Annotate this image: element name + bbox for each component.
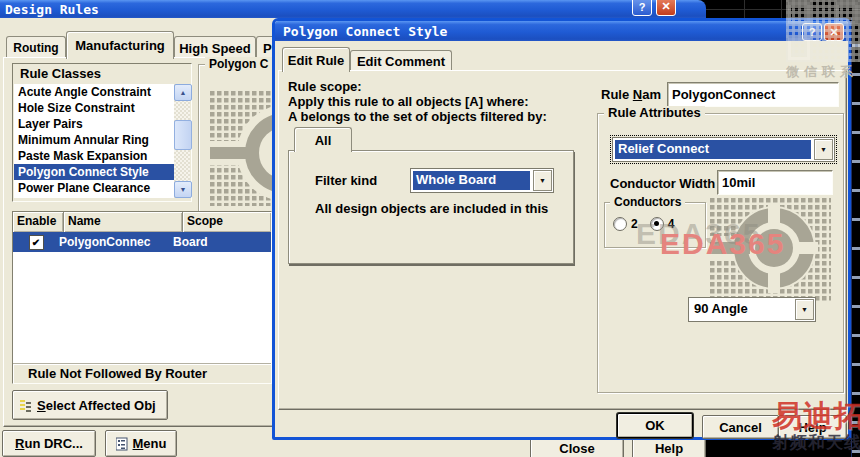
rule-class-item[interactable]: Minimum Annular Ring [14, 132, 174, 148]
rule-name-cell[interactable]: PolygonConnec [59, 235, 173, 249]
tab-edit-comment[interactable]: Edit Comment [350, 50, 452, 72]
angle-combo[interactable]: 90 Angle ▼ [688, 297, 816, 322]
grid-line [706, 9, 860, 10]
rule-class-item[interactable]: Paste Mask Expansion [14, 148, 174, 164]
tab-routing[interactable]: Routing [6, 36, 66, 59]
rule-classes-panel: Rule Classes Acute Angle Constraint Hole… [12, 63, 192, 202]
scroll-up-icon[interactable]: ▲ [174, 84, 192, 101]
rule-scope-line1: Apply this rule to all objects [A] where… [288, 94, 529, 109]
window-close-button[interactable]: ✕ [656, 0, 676, 16]
select-affected-label: Select Affected Obj [37, 398, 156, 413]
rule-classes-title: Rule Classes [13, 64, 191, 83]
filter-kind-combo[interactable]: Whole Board ▼ [410, 168, 554, 193]
workspace: Design Rules ? ✕ Routing Manufacturing H… [0, 0, 860, 457]
polygon-connect-style-dialog: Polygon Connect Style ? ✕ Edit Rule Edit… [272, 18, 851, 440]
select-affected-grid-icon [19, 399, 32, 412]
dropdown-arrow-icon[interactable]: ▼ [533, 170, 552, 191]
dialog-help-button[interactable]: ? [802, 23, 822, 41]
scroll-down-icon[interactable]: ▼ [174, 181, 192, 198]
rules-table-header[interactable]: Enable Name Scope [13, 212, 271, 232]
dialog-titlebar[interactable]: Polygon Connect Style ? ✕ [275, 21, 848, 41]
rule-name-label: Rule Nam [601, 87, 661, 102]
connect-style-value: Relief Connect [615, 140, 811, 159]
tab-all[interactable]: All [294, 127, 352, 152]
preview-group-label: Polygon C [205, 57, 272, 71]
dropdown-arrow-icon[interactable]: ▼ [814, 139, 833, 160]
conductors-title: Conductors [610, 195, 685, 209]
filter-kind-value: Whole Board [413, 171, 530, 190]
radio-2[interactable] [613, 217, 627, 231]
rules-table: Enable Name Scope ✔ PolygonConnec Board … [12, 211, 272, 384]
menu-label: Menu [133, 436, 167, 451]
help-button-dialog[interactable]: Help [778, 415, 847, 439]
menu-button[interactable]: Menu [105, 430, 177, 457]
run-drc-button[interactable]: Run DRC... [2, 430, 96, 457]
rule-attributes-group: Rule Attributes Relief Connect ▼ Conduct… [597, 113, 844, 393]
radio-4-label: 4 [668, 217, 675, 231]
enable-cell[interactable]: ✔ [13, 235, 59, 250]
rule-class-item[interactable]: Hole Size Constraint [14, 100, 174, 116]
rule-class-item[interactable]: Layer Pairs [14, 116, 174, 132]
col-name[interactable]: Name [64, 212, 183, 232]
tab-high-speed[interactable]: High Speed [174, 36, 256, 59]
filter-kind-label: Filter kind [315, 173, 377, 188]
ok-button[interactable]: OK [617, 413, 693, 438]
tab-edit-rule[interactable]: Edit Rule [282, 47, 350, 72]
radio-4-selected[interactable] [650, 217, 664, 231]
rule-classes-scrollbar[interactable]: ▲ ▼ [174, 84, 190, 198]
rule-class-item[interactable]: Acute Angle Constraint [14, 84, 174, 100]
conductors-group: Conductors 2 4 [604, 202, 706, 248]
connect-style-combo[interactable]: Relief Connect ▼ [612, 137, 835, 162]
rule-attributes-title: Rule Attributes [604, 106, 705, 120]
dropdown-arrow-icon[interactable]: ▼ [795, 299, 814, 320]
col-scope[interactable]: Scope [183, 212, 271, 232]
cancel-button[interactable]: Cancel [702, 415, 779, 439]
tab-manufacturing[interactable]: Manufacturing [66, 31, 174, 59]
window-title: Design Rules [0, 2, 99, 17]
rule-class-item[interactable]: Power Plane Clearance [14, 180, 174, 196]
polygon-preview-thumbnail [210, 91, 272, 206]
rule-classes-list[interactable]: Acute Angle Constraint Hole Size Constra… [14, 84, 174, 198]
filter-note: All design objects are included in this [315, 201, 548, 216]
dialog-title: Polygon Connect Style [275, 24, 447, 39]
enable-checkbox-checked[interactable]: ✔ [29, 235, 44, 250]
run-drc-label: Run DRC... [15, 436, 83, 451]
relief-connect-preview [710, 198, 831, 302]
col-enable[interactable]: Enable [13, 212, 64, 232]
conductor-width-input[interactable] [717, 170, 833, 195]
edit-rule-tabpage: Rule scope: Apply this rule to all objec… [278, 70, 847, 410]
rule-scope-heading: Rule scope: [288, 79, 362, 94]
rule-scope-cell[interactable]: Board [173, 235, 271, 249]
rule-name-input[interactable] [667, 82, 839, 107]
filter-panel: Filter kind Whole Board ▼ All design obj… [288, 150, 574, 264]
design-rules-titlebar[interactable]: Design Rules ? ✕ [0, 0, 706, 18]
rules-table-row[interactable]: ✔ PolygonConnec Board [13, 232, 271, 252]
window-help-button[interactable]: ? [632, 0, 652, 16]
conductor-width-label: Conductor Width [610, 176, 715, 191]
angle-value: 90 Angle [691, 300, 792, 319]
router-note: Rule Not Followed By Router [13, 363, 271, 383]
rule-class-item-selected[interactable]: Polygon Connect Style [14, 164, 174, 180]
menu-list-icon [116, 437, 128, 451]
workspace-ruler-strip [851, 18, 860, 457]
radio-2-label: 2 [631, 217, 638, 231]
select-affected-button[interactable]: Select Affected Obj [12, 390, 168, 420]
dialog-close-button[interactable]: ✕ [824, 23, 844, 41]
scroll-thumb[interactable] [174, 120, 192, 150]
conductors-radios: 2 4 [613, 217, 674, 231]
rule-scope-line2: A belongs to the set of objects filtered… [288, 109, 547, 124]
polygon-connect-preview-group: Polygon C [198, 64, 276, 216]
